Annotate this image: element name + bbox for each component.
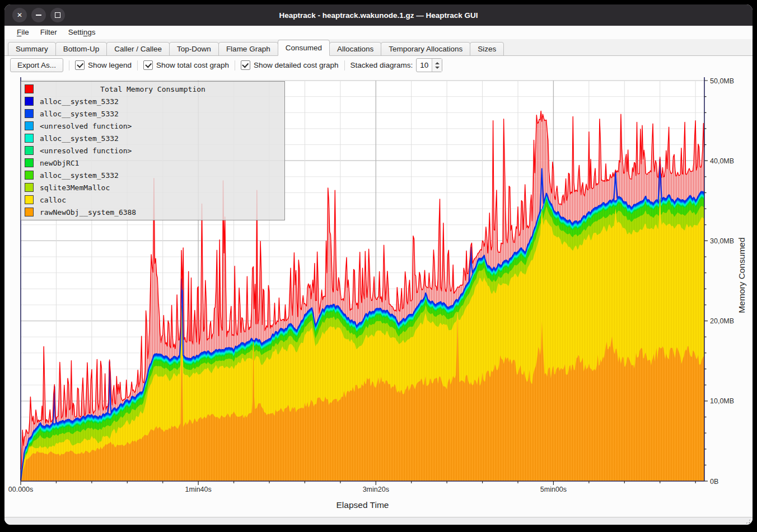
legend-label: rawNewObj__system_6388 — [40, 208, 136, 216]
minimize-button[interactable] — [31, 8, 46, 22]
legend-label: alloc__system_5332 — [40, 110, 119, 118]
chart-area: 00.000s1min40s3min20s5min00s0B10,0MB20,0… — [4, 74, 753, 517]
legend-item: newObjRC1 — [21, 157, 284, 169]
legend-label: Total Memory Consumption — [21, 85, 284, 93]
y-tick-label: 20,0MB — [710, 317, 734, 325]
y-tick-label: 0B — [710, 478, 718, 486]
legend-label: <unresolved function> — [40, 147, 132, 155]
legend-swatch-icon — [25, 146, 34, 155]
legend-label: sqlite3MemMalloc — [40, 183, 110, 192]
legend-item: alloc__system_5332 — [21, 95, 284, 107]
window-title: Heaptrack - heaptrack.wakunode.1.gz — He… — [4, 11, 753, 20]
stacked-diagrams-spinbox[interactable]: 10 — [416, 58, 442, 72]
legend-item: rawNewObj__system_6388 — [21, 206, 284, 218]
checkbox-label: Show legend — [88, 61, 132, 69]
tab-bottom-up[interactable]: Bottom-Up — [55, 42, 108, 56]
legend-item: sqlite3MemMalloc — [21, 181, 284, 194]
legend-label: <unresolved function> — [40, 122, 132, 130]
legend-label: alloc__system_5332 — [40, 97, 119, 106]
tab-caller-callee[interactable]: Caller / Callee — [106, 42, 170, 56]
legend-label: newObjRC1 — [40, 159, 79, 167]
legend-swatch-icon — [25, 134, 34, 143]
close-button[interactable]: ✕ — [12, 8, 27, 22]
legend-title-row: Total Memory Consumption — [21, 83, 284, 95]
app-window: ✕ Heaptrack - heaptrack.wakunode.1.gz — … — [4, 4, 753, 525]
toolbar-separator — [344, 60, 345, 70]
tab-sizes[interactable]: Sizes — [470, 42, 504, 56]
checkbox-show-legend[interactable]: Show legend — [75, 60, 132, 70]
toolbar-separator — [137, 60, 138, 70]
spinbox-arrows[interactable] — [432, 59, 442, 72]
legend-item: <unresolved function> — [21, 144, 284, 157]
spin-down-icon[interactable] — [435, 67, 440, 69]
stacked-diagrams-label: Stacked diagrams: — [351, 61, 413, 69]
legend-swatch-icon — [25, 121, 34, 130]
toolbar-separator — [69, 60, 69, 70]
legend-label: alloc__system_5332 — [40, 171, 119, 180]
legend-swatch-icon — [25, 195, 34, 204]
legend-swatch-icon — [25, 183, 34, 192]
checkbox-label: Show detailed cost graph — [254, 61, 339, 69]
x-tick-label: 3min20s — [363, 486, 389, 493]
x-tick-label: 00.000s — [8, 486, 33, 493]
legend-swatch-icon — [25, 208, 34, 216]
checkbox-show-total-cost-graph[interactable]: Show total cost graph — [143, 60, 229, 70]
legend-item: calloc — [21, 194, 284, 206]
checkmark-icon — [241, 60, 250, 70]
toolbar: Export As... Show legendShow total cost … — [4, 56, 753, 74]
maximize-button[interactable] — [50, 8, 65, 22]
checkmark-icon — [143, 60, 153, 70]
x-tick-label: 5min00s — [540, 486, 567, 493]
y-tick-label: 40,0MB — [710, 157, 734, 165]
tab-top-down[interactable]: Top-Down — [169, 42, 219, 56]
titlebar: ✕ Heaptrack - heaptrack.wakunode.1.gz — … — [4, 4, 753, 26]
tab-temporary-allocations[interactable]: Temporary Allocations — [381, 42, 470, 56]
status-bar — [4, 517, 753, 525]
legend-label: alloc__system_5332 — [40, 134, 119, 143]
toolbar-separator — [235, 60, 235, 70]
tab-flame-graph[interactable]: Flame Graph — [218, 42, 278, 56]
checkbox-label: Show total cost graph — [156, 61, 229, 69]
legend-swatch-icon — [25, 158, 34, 167]
tab-consumed[interactable]: Consumed — [278, 40, 330, 56]
y-tick-label: 50,0MB — [710, 77, 734, 85]
spin-up-icon[interactable] — [435, 62, 440, 64]
export-button[interactable]: Export As... — [10, 58, 63, 72]
menu-item-file[interactable]: File — [11, 27, 35, 38]
y-axis-title: Memory Consumed — [737, 237, 746, 313]
legend-swatch-icon — [25, 171, 34, 180]
menu-item-filter[interactable]: Filter — [35, 27, 63, 38]
legend-item: alloc__system_5332 — [21, 132, 284, 144]
y-tick-label: 10,0MB — [710, 397, 734, 405]
spinbox-value: 10 — [417, 59, 432, 72]
menubar: FileFilterSettings — [4, 26, 753, 39]
close-icon: ✕ — [17, 12, 22, 18]
chart-legend: Total Memory Consumptionalloc__system_53… — [21, 81, 285, 220]
legend-item: alloc__system_5332 — [21, 107, 284, 120]
resize-grip-icon[interactable] — [742, 519, 751, 525]
x-axis-title: Elapsed Time — [337, 500, 389, 510]
checkbox-show-detailed-cost-graph[interactable]: Show detailed cost graph — [241, 60, 339, 70]
tab-allocations[interactable]: Allocations — [329, 42, 381, 56]
tab-bar: SummaryBottom-UpCaller / CalleeTop-DownF… — [4, 39, 753, 56]
legend-swatch-icon — [25, 109, 34, 118]
minimize-icon — [36, 15, 41, 16]
maximize-icon — [55, 12, 60, 18]
menu-item-settings[interactable]: Settings — [63, 27, 101, 38]
checkmark-icon — [75, 60, 85, 70]
legend-item: alloc__system_5332 — [21, 169, 284, 181]
x-tick-label: 1min40s — [185, 486, 212, 493]
legend-label: calloc — [40, 196, 66, 204]
legend-item: <unresolved function> — [21, 120, 284, 132]
tab-summary[interactable]: Summary — [8, 42, 56, 56]
legend-swatch-icon — [25, 97, 34, 106]
window-controls: ✕ — [12, 4, 65, 26]
y-tick-label: 30,0MB — [710, 237, 734, 245]
